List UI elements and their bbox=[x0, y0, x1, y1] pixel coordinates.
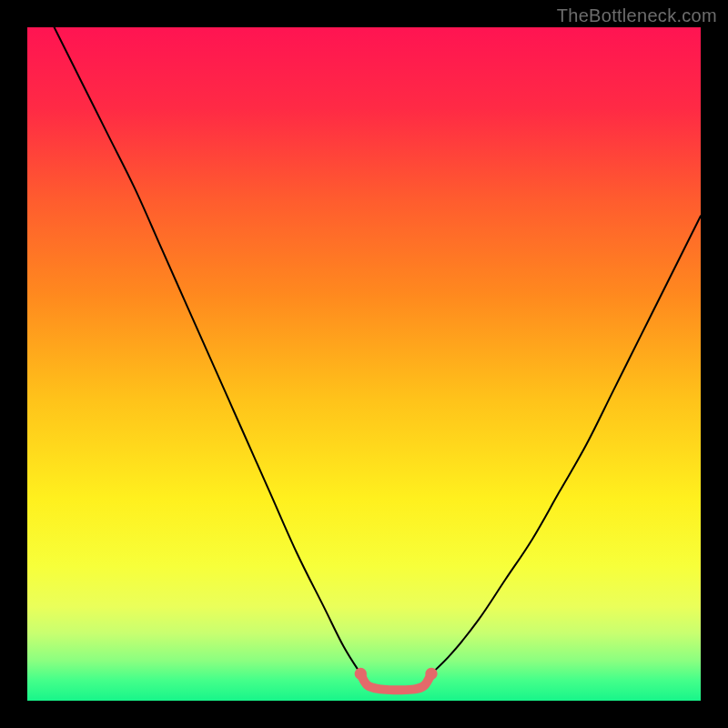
gradient-background bbox=[27, 27, 701, 701]
chart-frame: TheBottleneck.com bbox=[0, 0, 728, 728]
chart-svg bbox=[27, 27, 701, 701]
watermark-text: TheBottleneck.com bbox=[557, 5, 717, 26]
plot-area bbox=[27, 27, 701, 701]
floor-marker-end-left bbox=[355, 668, 367, 680]
floor-marker-end-right bbox=[425, 668, 437, 680]
